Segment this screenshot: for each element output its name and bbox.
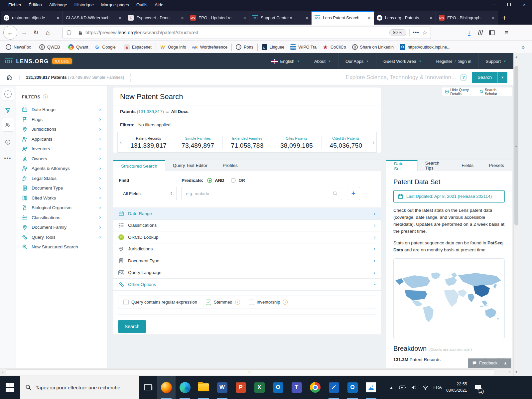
sidebar-item-biological-organism[interactable]: Biological Organism› — [22, 203, 104, 213]
sidebar-item-inventors[interactable]: Inventors› — [22, 144, 104, 154]
sidebar-item-document-family[interactable]: Document Family› — [22, 222, 104, 232]
bookmark-espacenet[interactable]: EEspacenet — [121, 43, 155, 52]
accordion-document-type[interactable]: Document Type› — [113, 255, 381, 267]
tab-fields[interactable]: Fields — [454, 160, 481, 171]
filters-rail-button[interactable] — [4, 106, 12, 114]
sidebar-item-owners[interactable]: Owners› — [22, 154, 104, 164]
sidebar-item-flags[interactable]: Flags› — [22, 115, 104, 125]
bookmark-newsfox[interactable]: NewsFox — [3, 43, 34, 52]
menu-help[interactable]: Aide — [151, 2, 167, 7]
register-link[interactable]: Register — [436, 59, 452, 64]
sidebar-item-new-structured-search[interactable]: New Structured Search — [22, 242, 104, 252]
library-button[interactable] — [475, 27, 486, 38]
nav-about[interactable]: About▼ — [307, 53, 338, 69]
carousel-next-icon[interactable]: › — [370, 139, 376, 146]
stat-label[interactable]: Cites Patents — [272, 136, 321, 140]
new-tab-button[interactable]: + — [498, 11, 511, 25]
browser-tab-restaurant[interactable]: G restaurant dijon le × — [1, 11, 63, 25]
stemmed-checkbox[interactable]: ✓Stemmedi — [206, 300, 240, 305]
horizontal-scrollbar-thumb[interactable] — [6, 369, 494, 375]
scroll-left-icon[interactable]: ‹ — [0, 370, 6, 374]
feedback-button[interactable]: Feedback — [468, 358, 501, 368]
tab-close-icon[interactable]: × — [57, 15, 60, 21]
stat-label[interactable]: Extended Families — [223, 136, 272, 140]
downloads-button[interactable]: ↓ — [464, 27, 475, 38]
taskbar-chrome[interactable] — [306, 376, 325, 399]
tab-query-text-editor[interactable]: Query Text Editor — [165, 160, 215, 171]
accordion-other-options[interactable]: Other Options› — [113, 279, 381, 291]
browser-tab-epo-updated[interactable]: EPO EPO - Updated re × — [187, 11, 249, 25]
taskbar-excel[interactable]: X — [250, 376, 269, 399]
bookmarks-overflow-chevron[interactable]: » — [522, 44, 525, 50]
carousel-prev-icon[interactable]: ‹ — [118, 139, 124, 146]
predicate-or-radio[interactable]: OR — [231, 178, 245, 183]
volume-icon[interactable] — [409, 381, 419, 394]
url-bar[interactable]: https://preview.lens.org/lens/search/pat… — [63, 27, 431, 39]
info-rail-button[interactable] — [4, 138, 12, 146]
action-center-button[interactable]: 11 — [470, 376, 485, 399]
taskbar-edge[interactable] — [176, 376, 194, 399]
info-icon[interactable]: i — [235, 300, 240, 305]
window-minimize-button[interactable] — [486, 0, 501, 9]
browser-tab-lens-patents[interactable]: ≈ Lens.org - Patents × — [374, 11, 436, 25]
taskbar-firefox[interactable] — [157, 376, 176, 399]
tab-search-tips[interactable]: Search Tips — [418, 160, 454, 171]
tab-close-icon[interactable]: × — [368, 15, 371, 21]
taskbar-outlook[interactable]: O — [269, 376, 287, 399]
accordion-classifications[interactable]: Classifications› — [113, 220, 381, 232]
window-restore-button[interactable] — [501, 0, 517, 9]
tab-close-icon[interactable]: × — [119, 15, 122, 21]
home-button[interactable]: ⌂ — [42, 27, 54, 38]
scroll-up-icon[interactable]: ▲ — [514, 54, 519, 60]
breadcrumb-patents-count[interactable]: 131,339,817 Patents (73,489,897 Simple F… — [26, 75, 124, 80]
scroll-right-icon[interactable]: › — [507, 370, 513, 374]
menu-file[interactable]: Fichier — [5, 2, 25, 7]
app-menu-button[interactable]: ≡ — [501, 27, 512, 38]
tab-close-icon[interactable]: × — [181, 15, 184, 21]
browser-tab-support-center[interactable]: IOI Support Center » × — [249, 11, 312, 25]
lens-logo[interactable]: IOI LENS.ORG 8.0 Beta — [0, 58, 72, 65]
bookmark-linguee[interactable]: LLinguee — [259, 43, 288, 52]
sidebar-item-agents-attorneys[interactable]: Agents & Attorneys› — [22, 164, 104, 174]
task-view-button[interactable] — [139, 376, 157, 399]
sidebar-item-query-tools[interactable]: Query Tools› — [22, 232, 104, 242]
bookmark-wipo[interactable]: WIPO Tra — [287, 43, 320, 52]
vertical-scrollbar-thumb[interactable] — [514, 66, 518, 225]
stat-label[interactable]: Simple Families — [173, 136, 222, 140]
accordion-query-language[interactable]: A文Query Language› — [113, 267, 381, 279]
search-button[interactable]: Search — [472, 72, 497, 83]
sidebar-item-applicants[interactable]: Applicants› — [22, 134, 104, 144]
zoom-level-badge[interactable]: 80 % — [389, 29, 406, 36]
sidebar-item-document-type[interactable]: Document Type› — [22, 183, 104, 193]
bookmark-pons[interactable]: Pons — [233, 43, 256, 52]
signin-link[interactable]: Sign in — [458, 59, 471, 64]
help-icon[interactable]: ? — [460, 74, 467, 81]
start-button[interactable] — [0, 376, 20, 399]
horizontal-scrollbar[interactable]: ‹ › — [0, 368, 513, 376]
bookmark-outlook[interactable]: Ohttps://outlook.inpi.ne... — [397, 43, 454, 52]
sidebar-item-classifications[interactable]: Classifications› — [22, 213, 104, 223]
search-dropdown-button[interactable]: ▼ — [497, 72, 507, 83]
menu-edit[interactable]: Édition — [25, 2, 46, 7]
explore-placeholder-text[interactable]: Explore Science, Technology & Innovation… — [346, 74, 456, 81]
battery-icon[interactable] — [398, 381, 408, 394]
nav-support[interactable]: Support▼ — [478, 53, 513, 69]
tray-expand-icon[interactable]: ▲ — [386, 381, 396, 394]
predicate-and-radio[interactable]: AND — [207, 178, 224, 183]
bookmark-wordreference[interactable]: wRWordreference — [189, 43, 230, 52]
browser-tab-claas[interactable]: CLAAS-KD-Wörterbuch × — [63, 11, 125, 25]
browser-tab-epo-biblio[interactable]: EPO EPO - Bibliograph × — [436, 11, 498, 25]
stat-label[interactable]: Cited By Patents — [322, 136, 370, 140]
wifi-icon[interactable] — [420, 381, 430, 394]
bookmark-star-icon[interactable]: ☆ — [422, 29, 427, 36]
regex-checkbox[interactable]: Query contains regular expression — [123, 300, 197, 305]
taskbar-word[interactable]: W — [213, 376, 231, 399]
forward-button[interactable]: → — [18, 27, 30, 38]
sidebar-item-cited-works[interactable]: Cited Works› — [22, 193, 104, 203]
query-input[interactable] — [186, 191, 332, 196]
tab-presets[interactable]: Presets — [481, 160, 512, 171]
patents-count-link[interactable]: (131,339,817) — [137, 109, 164, 114]
tracking-shield-icon[interactable] — [66, 30, 72, 36]
add-query-row-button[interactable]: + — [347, 187, 360, 200]
sidebar-item-legal-status[interactable]: Legal Status› — [22, 174, 104, 184]
